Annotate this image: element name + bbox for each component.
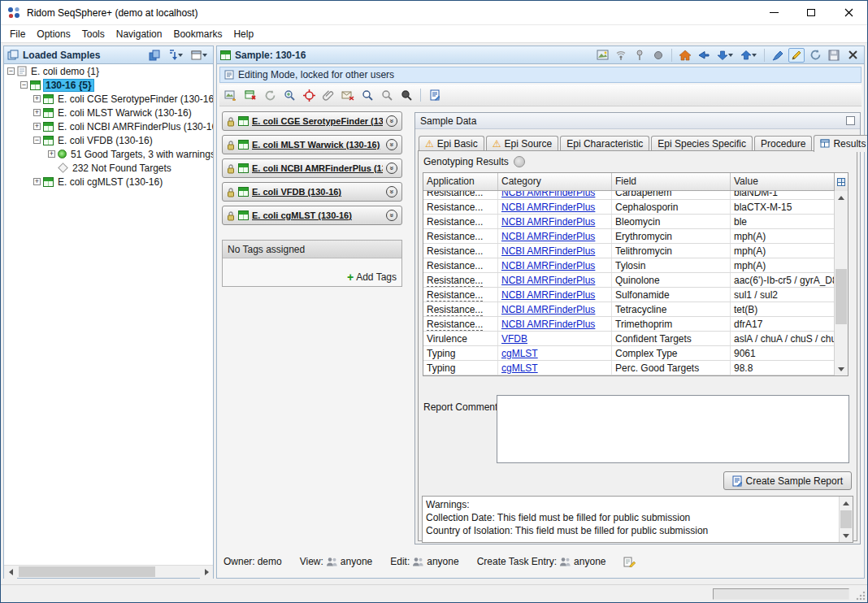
tree-item-project[interactable]: E. coli demo {1}	[4, 64, 213, 78]
scroll-thumb[interactable]	[19, 566, 155, 577]
tree-item-serotypefinder[interactable]: E. coli CGE SerotypeFinder (130-16)	[4, 92, 213, 106]
scroll-thumb[interactable]	[835, 269, 847, 324]
home-button[interactable]	[677, 48, 693, 63]
pin-button[interactable]	[631, 48, 648, 63]
tab-epi-species-specific[interactable]: Epi Species Specific	[651, 136, 753, 151]
tree-item-sample-130-16[interactable]: 130-16 {5}	[4, 78, 213, 92]
category-link[interactable]: NCBI AMRFinderPlus	[501, 260, 595, 271]
menu-bookmarks[interactable]: Bookmarks	[167, 26, 228, 42]
genotyping-refresh-icon[interactable]	[514, 156, 525, 167]
analyze-button[interactable]	[281, 88, 297, 102]
expander-icon[interactable]	[33, 137, 41, 144]
task-button-cgmlst[interactable]: E. coli cgMLST (130-16)	[222, 206, 402, 225]
report-comment-input[interactable]	[497, 395, 849, 463]
zoom-in-button[interactable]	[359, 88, 375, 102]
delete-table-button[interactable]	[242, 88, 258, 102]
attachment-button[interactable]	[320, 88, 336, 102]
tree-item-not-found-targets[interactable]: 232 Not Found Targets	[4, 161, 213, 175]
expander-icon[interactable]	[7, 67, 15, 75]
table-row[interactable]: Resistance... NCBI AMRFinderPlus Tylosin…	[423, 258, 834, 273]
category-link[interactable]: NCBI AMRFinderPlus	[501, 319, 595, 330]
tree-item-cgmlst[interactable]: E. coli cgMLST (130-16)	[4, 175, 213, 189]
search-off-button[interactable]	[398, 88, 414, 102]
scroll-right-button[interactable]	[200, 566, 213, 579]
sort-tree-button[interactable]	[165, 48, 186, 63]
table-row[interactable]: Resistance... NCBI AMRFinderPlus Bleomyc…	[423, 215, 834, 229]
column-header-application[interactable]: Application	[423, 173, 498, 190]
tab-procedure[interactable]: Procedure	[754, 136, 812, 151]
tab-epi-source[interactable]: ⚠Epi Source	[486, 136, 558, 151]
expander-icon[interactable]	[33, 109, 41, 116]
broadcast-button[interactable]	[613, 48, 629, 63]
table-row[interactable]: Resistance... NCBI AMRFinderPlus Cephalo…	[423, 200, 834, 215]
table-row[interactable]: Resistance... NCBI AMRFinderPlus Quinolo…	[423, 273, 834, 288]
load-samples-button[interactable]	[146, 48, 163, 63]
tree-item-good-targets[interactable]: 51 Good Targets, 3 with warnings	[4, 147, 213, 161]
expander-icon[interactable]	[33, 95, 41, 102]
menu-file[interactable]: File	[4, 26, 31, 42]
export-image-button[interactable]	[594, 48, 610, 63]
tab-results[interactable]: Results	[814, 135, 868, 152]
minimize-button[interactable]	[755, 1, 792, 25]
category-link[interactable]: NCBI AMRFinderPlus	[501, 202, 595, 213]
table-row[interactable]: Resistance... NCBI AMRFinderPlus Sulfona…	[423, 288, 834, 302]
menu-tools[interactable]: Tools	[76, 26, 111, 42]
table-row[interactable]: Resistance... NCBI AMRFinderPlus Carbape…	[423, 191, 834, 200]
expander-icon[interactable]	[20, 81, 28, 89]
task-button-serotypefinder[interactable]: E. coli CGE SerotypeFinder (130-16)	[222, 111, 402, 131]
submit-button[interactable]	[770, 48, 786, 63]
close-button[interactable]	[830, 1, 867, 25]
category-link[interactable]: cgMLST	[501, 362, 538, 374]
scroll-up-button[interactable]	[835, 191, 848, 204]
column-config-button[interactable]	[834, 173, 848, 191]
tab-epi-characteristic[interactable]: Epi Characteristic	[560, 136, 649, 151]
expander-icon[interactable]	[33, 123, 41, 130]
category-link[interactable]: NCBI AMRFinderPlus	[501, 245, 595, 257]
expander-icon[interactable]	[33, 178, 41, 185]
close-sample-button[interactable]	[844, 48, 861, 63]
table-row[interactable]: Typing cgMLST Complex Type 9061	[423, 346, 834, 361]
table-row[interactable]: Virulence VFDB Confident Targets aslA / …	[423, 332, 834, 346]
previous-sample-button[interactable]	[738, 48, 759, 63]
category-link[interactable]: NCBI AMRFinderPlus	[501, 289, 595, 301]
expand-task-icon[interactable]	[386, 210, 397, 221]
tree-horizontal-scrollbar[interactable]	[4, 565, 213, 578]
tab-epi-basic[interactable]: ⚠Epi Basic	[419, 136, 484, 151]
task-button-vfdb[interactable]: E. coli VFDB (130-16)	[222, 182, 402, 202]
save-button[interactable]	[826, 48, 842, 63]
status-dot-button[interactable]	[650, 48, 666, 63]
expander-icon[interactable]	[48, 150, 55, 158]
category-link[interactable]: NCBI AMRFinderPlus	[501, 275, 595, 286]
edit-permissions-button[interactable]	[623, 556, 636, 567]
create-sample-report-button[interactable]: Create Sample Report	[723, 471, 852, 490]
export-view-button[interactable]	[223, 88, 239, 102]
view-options-button[interactable]	[189, 48, 210, 63]
table-row[interactable]: Typing cgMLST Perc. Good Targets 98.8	[423, 361, 834, 375]
editing-mode-toggle[interactable]	[788, 48, 805, 63]
menu-navigation[interactable]: Navigation	[111, 26, 168, 42]
refresh-button[interactable]	[807, 48, 823, 63]
menu-options[interactable]: Options	[31, 26, 76, 42]
expand-task-icon[interactable]	[386, 139, 397, 150]
expand-task-icon[interactable]	[386, 115, 397, 127]
target-button[interactable]	[301, 88, 317, 102]
collapse-box-icon[interactable]	[846, 116, 855, 125]
next-sample-button[interactable]	[714, 48, 736, 63]
maximize-button[interactable]	[792, 1, 830, 25]
resize-grip[interactable]	[855, 590, 866, 601]
column-header-category[interactable]: Category	[498, 173, 612, 190]
zoom-out-button[interactable]	[379, 88, 395, 102]
column-header-value[interactable]: Value	[731, 173, 834, 190]
scroll-left-button[interactable]	[4, 566, 17, 579]
category-link[interactable]: cgMLST	[501, 348, 538, 359]
expand-task-icon[interactable]	[386, 163, 397, 174]
reprocess-button[interactable]	[262, 88, 278, 102]
task-button-amrfinder[interactable]: E. coli NCBI AMRFinderPlus (130-16)	[222, 158, 402, 178]
tree-item-amrfinder[interactable]: E. coli NCBI AMRFinderPlus (130-16)	[4, 119, 213, 133]
tree-item-vfdb[interactable]: E. coli VFDB (130-16)	[4, 133, 213, 147]
category-link[interactable]: NCBI AMRFinderPlus	[501, 304, 595, 315]
back-button[interactable]	[696, 48, 712, 63]
category-link[interactable]: NCBI AMRFinderPlus	[501, 191, 595, 198]
table-row[interactable]: Resistance... NCBI AMRFinderPlus Tetracy…	[423, 302, 834, 317]
expand-task-icon[interactable]	[386, 186, 397, 197]
